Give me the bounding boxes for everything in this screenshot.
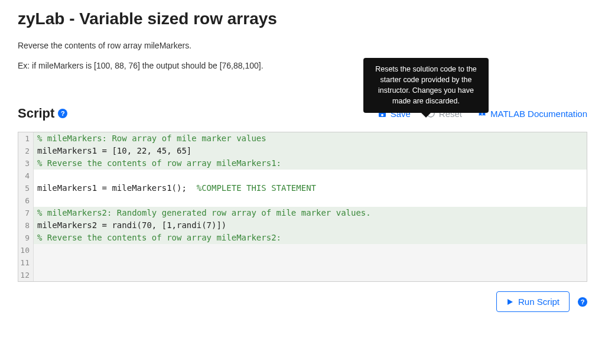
line-number: 6 bbox=[18, 194, 34, 207]
script-header: Script ? Save Reset MATLAB Documentation bbox=[18, 106, 587, 121]
line-number: 5 bbox=[18, 182, 34, 194]
line-number: 2 bbox=[18, 145, 34, 157]
code-line[interactable]: 10 bbox=[18, 244, 587, 256]
run-label: Run Script bbox=[518, 297, 560, 307]
page-title: zyLab - Variable sized row arrays bbox=[18, 9, 587, 28]
code-line[interactable]: 4 bbox=[18, 170, 587, 182]
code-line[interactable]: 9% Reverse the contents of row array mil… bbox=[18, 232, 587, 244]
line-number: 10 bbox=[18, 244, 34, 256]
code-cell[interactable] bbox=[34, 269, 587, 281]
code-line[interactable]: 2mileMarkers1 = [10, 22, 45, 65] bbox=[18, 145, 587, 157]
code-cell[interactable] bbox=[34, 256, 587, 269]
code-line[interactable]: 6 bbox=[18, 194, 587, 207]
play-icon bbox=[506, 298, 513, 306]
code-editor[interactable]: 1% mileMarkers: Row array of mile marker… bbox=[18, 132, 587, 282]
reset-tooltip: Resets the solution code to the starter … bbox=[363, 58, 489, 113]
code-line[interactable]: 8mileMarkers2 = randi(70, [1,randi(7)]) bbox=[18, 219, 587, 232]
code-cell[interactable]: % Reverse the contents of row array mile… bbox=[34, 232, 587, 244]
code-cell[interactable]: mileMarkers2 = randi(70, [1,randi(7)]) bbox=[34, 219, 587, 232]
line-number: 3 bbox=[18, 157, 34, 170]
code-cell[interactable]: % Reverse the contents of row array mile… bbox=[34, 157, 587, 170]
docs-link[interactable]: MATLAB Documentation bbox=[477, 109, 587, 119]
code-cell[interactable] bbox=[34, 244, 587, 256]
docs-label: MATLAB Documentation bbox=[490, 109, 587, 119]
line-number: 9 bbox=[18, 232, 34, 244]
line-number: 12 bbox=[18, 269, 34, 281]
script-label: Script bbox=[18, 106, 54, 121]
code-line[interactable]: 3% Reverse the contents of row array mil… bbox=[18, 157, 587, 170]
line-number: 7 bbox=[18, 207, 34, 219]
code-cell[interactable]: % mileMarkers: Row array of mile marker … bbox=[34, 132, 587, 145]
code-cell[interactable] bbox=[34, 170, 587, 182]
code-line[interactable]: 11 bbox=[18, 256, 587, 269]
code-line[interactable]: 12 bbox=[18, 269, 587, 281]
line-number: 4 bbox=[18, 170, 34, 182]
run-script-button[interactable]: Run Script bbox=[496, 291, 570, 312]
code-line[interactable]: 5mileMarkers1 = mileMarkers1(); %COMPLET… bbox=[18, 182, 587, 194]
line-number: 11 bbox=[18, 256, 34, 269]
line-number: 1 bbox=[18, 132, 34, 145]
line-number: 8 bbox=[18, 219, 34, 232]
problem-description-1: Reverse the contents of row array mileMa… bbox=[18, 40, 587, 52]
code-line[interactable]: 1% mileMarkers: Row array of mile marker… bbox=[18, 132, 587, 145]
code-cell[interactable] bbox=[34, 194, 587, 207]
code-cell[interactable]: % mileMarkers2: Randomly generated row a… bbox=[34, 207, 587, 219]
code-line[interactable]: 7% mileMarkers2: Randomly generated row … bbox=[18, 207, 587, 219]
run-help-icon[interactable]: ? bbox=[578, 297, 587, 307]
code-cell[interactable]: mileMarkers1 = [10, 22, 45, 65] bbox=[34, 145, 587, 157]
problem-description-2: Ex: if mileMarkers is [100, 88, 76] the … bbox=[18, 60, 587, 72]
help-icon[interactable]: ? bbox=[58, 109, 67, 118]
code-cell[interactable]: mileMarkers1 = mileMarkers1(); %COMPLETE… bbox=[34, 182, 587, 194]
